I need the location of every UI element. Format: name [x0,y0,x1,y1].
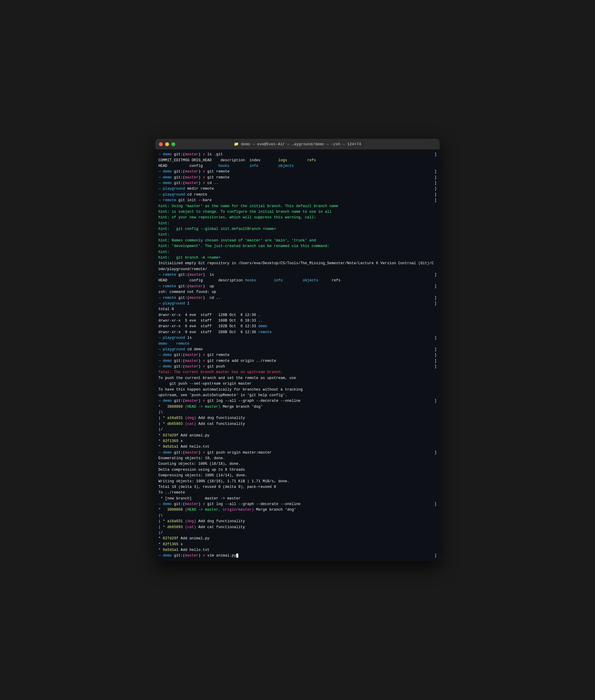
terminal-line: → remote git:(master) ls] [159,272,436,278]
terminal-line: drwxr-xr-x 4 eve staff 128B Oct 6 12:36 … [159,312,436,318]
window-title: 📁 demo — eve@Eves-Air — …ayground/demo —… [234,142,361,147]
terminal-line: drwxr-xr-x 9 eve staff 288B Oct 6 12:36 … [159,330,436,335]
terminal-line: hint: [159,249,436,255]
terminal-line: → demo git:(master) ✗ git log --all --gr… [159,398,436,404]
terminal-line: → demo git:(master) ✗ vim animal.py ] [159,553,436,558]
terminal-line: * 9a5d1a1 Add hello.txt [159,547,436,553]
terminal-line: drwxr-xr-x 5 eve staff 160B Oct 6 10:33 … [159,318,436,324]
terminal-line: To ../remote [159,490,436,495]
terminal-line: zsh: command not found: up [159,290,436,295]
terminal-line: * 3808868 (HEAD -> master, origin/master… [159,507,436,513]
title-bar: 📁 demo — eve@Eves-Air — …ayground/demo —… [155,139,440,149]
terminal-line: HEAD config hooks info objects [159,163,436,169]
terminal-line: → demo git:(master) ✗ git remote] [159,169,436,175]
terminal-line: * 82f1365 x [159,542,436,547]
terminal-line: fatal: The current branch master has no … [159,369,436,375]
terminal-line: → remote git:(master) cd ..] [159,295,436,301]
terminal-line: → demo git:(master) ✗ git remote] [159,353,436,358]
terminal-line: → demo git:(master) ✗ ls .git] [159,152,436,157]
terminal-line: |/ [159,427,436,432]
terminal-line: total 0 [159,306,436,312]
terminal-line: → remote git init --bare] [159,197,436,203]
terminal-line: → remote git:(master) up] [159,284,436,290]
terminal-line: * 3808868 (HEAD -> master) Merge branch … [159,404,436,410]
terminal-line: → playground ls] [159,335,436,341]
maximize-button[interactable] [171,142,175,146]
terminal-line: hint: git config --global init.defaultBr… [159,226,436,232]
terminal-line: Initialized empty Git repository in /Use… [159,261,436,266]
terminal-line: hint: [159,221,436,226]
terminal-line: → playground cd demo] [159,347,436,353]
terminal-line: | * db65893 (cat) Add cat functionality [159,421,436,427]
terminal-line: Delta compression using up to 8 threads [159,467,436,473]
terminal-line: → demo git:(master) ✗ cd ..] [159,180,436,186]
terminal-line: → demo git:(master) ✗ git remote add ori… [159,358,436,364]
terminal-line: → demo git:(master) ✗ git push] [159,364,436,369]
terminal-line: * 82f1365 x [159,438,436,444]
terminal-line: Total 18 (delta 3), reused 0 (delta 0), … [159,484,436,490]
terminal-line: hint: git branch -m <name> [159,255,436,261]
terminal-line: drwxr-xr-x 6 eve staff 192B Oct 6 12:33 … [159,324,436,329]
terminal-line: hint: [159,232,436,238]
terminal-line: Compressing objects: 100% (14/14), done. [159,473,436,478]
terminal-line: hint: of your new repositories, which wi… [159,215,436,220]
terminal-line: hint: Using 'master' as the name for the… [159,204,436,209]
terminal-line: git push --set-upstream origin master [159,381,436,387]
terminal-line: Enumerating objects: 18, done. [159,456,436,461]
terminal-line: upstream, see 'push.autoSetupRemote' in … [159,393,436,398]
terminal-line: → playground l] [159,301,436,306]
terminal-line: * [new branch] master -> master [159,496,436,501]
terminal-line: To push the current branch and set the r… [159,375,436,381]
terminal-window: 📁 demo — eve@Eves-Air — …ayground/demo —… [155,139,440,561]
terminal-line: * 627d29f Add animal.py [159,536,436,541]
terminal-line: hint: 'development'. The just-created br… [159,243,436,249]
terminal-line: hint: Names commonly chosen instead of '… [159,238,436,243]
terminal-line: To have this happen automatically for br… [159,387,436,393]
traffic-lights [159,142,175,146]
terminal-line: |/ [159,530,436,536]
terminal-line: → playground mkdir remote] [159,186,436,192]
terminal-line: COMMIT_EDITMSG ORIG_HEAD description ind… [159,158,436,163]
terminal-line: HEAD config description hooks info objec… [159,278,436,283]
terminal-line: → demo git:(master) ✗ git remote] [159,175,436,180]
terminal-line: → demo git:(master) ✗ git push origin ma… [159,450,436,456]
terminal-line: hint: is subject to change. To configure… [159,209,436,215]
terminal-line: | * db65893 (cat) Add cat functionality [159,524,436,530]
terminal-line: |\ [159,410,436,416]
terminal-line: * 9a5d1a1 Add hello.txt [159,444,436,450]
minimize-button[interactable] [165,142,169,146]
terminal-line: | * a16a031 (dog) Add dog functionality [159,416,436,421]
terminal-line: |\ [159,513,436,519]
terminal-body[interactable]: → demo git:(master) ✗ ls .git] COMMIT_ED… [155,149,440,561]
terminal-line: | * a16a031 (dog) Add dog functionality [159,519,436,524]
terminal-line: Writing objects: 100% (18/18), 1.71 KiB … [159,479,436,484]
terminal-line: ode/playground/remote/ [159,267,436,272]
close-button[interactable] [159,142,163,146]
terminal-line: demo remote [159,341,436,347]
terminal-line: Counting objects: 100% (18/18), done. [159,461,436,467]
terminal-line: * 627d29f Add animal.py [159,433,436,438]
terminal-line: → demo git:(master) ✗ git log --all --gr… [159,501,436,507]
terminal-line: → playground cd remote] [159,192,436,197]
